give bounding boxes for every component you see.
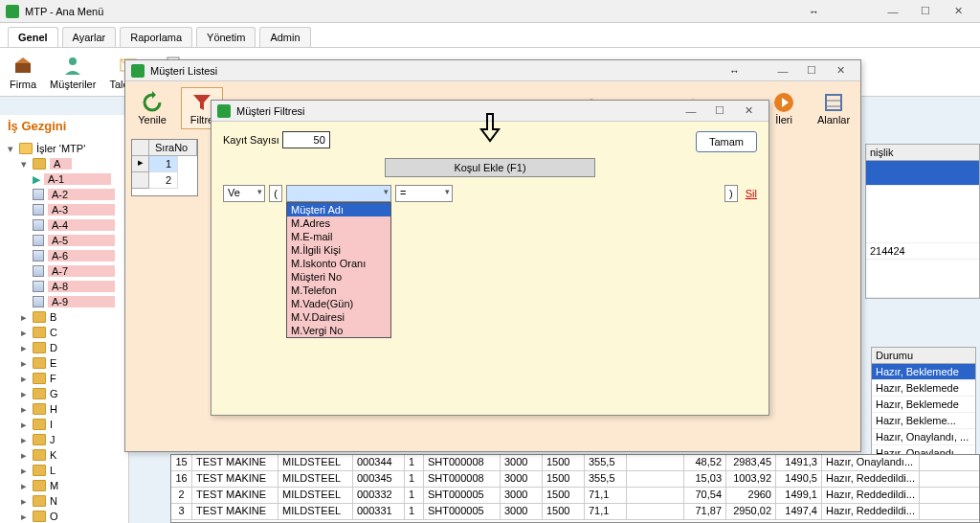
app-icon xyxy=(6,5,19,18)
tree-root: ▾İşler 'MTP' xyxy=(0,141,128,156)
tree-a: ▾A xyxy=(0,156,128,171)
dropdown-option[interactable]: M.Telefon xyxy=(287,284,390,297)
tree-folder[interactable]: ▸O xyxy=(0,509,128,523)
logic-select[interactable]: Ve xyxy=(223,185,265,202)
musteri-min[interactable]: — xyxy=(768,62,797,80)
durumu-row[interactable]: Hazır, Bekleme... xyxy=(872,413,975,429)
window-icon xyxy=(131,64,145,78)
tab-raporlama[interactable]: Raporlama xyxy=(120,27,192,47)
kayit-label: Kayıt Sayısı xyxy=(223,134,279,146)
dropdown-option[interactable]: Müşteri No xyxy=(287,270,390,284)
tree[interactable]: ▾İşler 'MTP' ▾A ▶A-1A-2A-3A-4A-5A-6A-7A-… xyxy=(0,141,128,523)
ribbon-musteriler[interactable]: Müşteriler xyxy=(46,52,100,92)
table-row[interactable]: 3TEST MAKINEMILDSTEEL0003311SHT000005300… xyxy=(171,504,979,520)
sidebar: İş Gezgini ▾İşler 'MTP' ▾A ▶A-1A-2A-3A-4… xyxy=(0,115,129,523)
dropdown-option[interactable]: Müşteri Adı xyxy=(287,203,390,216)
paren-right[interactable]: ) xyxy=(724,185,738,202)
tree-item[interactable]: A-6 xyxy=(0,248,128,263)
yenile-button[interactable]: Yenile xyxy=(131,87,173,129)
tree-folder[interactable]: ▸H xyxy=(0,401,128,417)
table-row[interactable]: 2TEST MAKINEMILDSTEEL0003321SHT000005300… xyxy=(171,488,979,504)
field-dropdown[interactable]: Müşteri AdıM.AdresM.E-mailM.İlgili KişiM… xyxy=(286,202,391,338)
dropdown-option[interactable]: M.Vade(Gün) xyxy=(287,297,390,310)
tree-folder[interactable]: ▸D xyxy=(0,340,128,355)
durumu-header: Durumu xyxy=(872,348,975,364)
filtre-title: Müşteri Filtresi xyxy=(236,105,677,117)
tab-admin[interactable]: Admin xyxy=(259,27,310,47)
tree-folder[interactable]: ▸M xyxy=(0,478,128,493)
tree-item[interactable]: A-5 xyxy=(0,233,128,248)
kosul-ekle-button[interactable]: Koşul Ekle (F1) xyxy=(385,158,595,177)
resize-handle-icon[interactable]: ↔ xyxy=(809,6,819,17)
tree-folder[interactable]: ▸L xyxy=(0,463,128,478)
filtre-max[interactable]: ☐ xyxy=(705,102,734,120)
condition-row: Ve ( = ) Sil Müşteri AdıM.AdresM.E-mailM… xyxy=(223,185,757,202)
window-icon xyxy=(217,104,231,118)
durumu-panel: Durumu Hazır, BeklemedeHazır, BeklemedeH… xyxy=(871,347,976,463)
close-button[interactable]: ✕ xyxy=(942,2,974,21)
maximize-button[interactable]: ☐ xyxy=(909,2,942,21)
right-column-row-sel[interactable] xyxy=(866,161,979,186)
tree-folder[interactable]: ▸C xyxy=(0,325,128,340)
tamam-button[interactable]: Tamam xyxy=(696,131,757,152)
musteri-title: Müşteri Listesi xyxy=(150,65,729,77)
main-titlebar: MTP - Ana Menü ↔ — ☐ ✕ xyxy=(0,0,980,23)
svg-rect-0 xyxy=(15,63,31,73)
tree-folder[interactable]: ▸I xyxy=(0,417,128,432)
svg-rect-11 xyxy=(826,95,841,110)
durumu-row[interactable]: Hazır, Beklemede xyxy=(872,380,975,397)
dropdown-option[interactable]: M.İlgili Kişi xyxy=(287,243,390,257)
table-row[interactable]: 16TEST MAKINEMILDSTEEL0003451SHT00000830… xyxy=(171,471,979,488)
tree-item[interactable]: A-2 xyxy=(0,187,128,202)
right-column-header: nişlik xyxy=(866,145,979,161)
tree-item[interactable]: A-9 xyxy=(0,294,128,309)
tree-folder[interactable]: ▸K xyxy=(0,447,128,463)
tree-folder[interactable]: ▸N xyxy=(0,493,128,509)
musteri-close[interactable]: ✕ xyxy=(826,62,855,80)
tree-folder[interactable]: ▸E xyxy=(0,355,128,371)
operator-select[interactable]: = xyxy=(395,185,453,202)
filtre-min[interactable]: — xyxy=(677,102,705,120)
alanlar-button[interactable]: Alanlar xyxy=(813,87,855,129)
tree-item[interactable]: ▶A-1 xyxy=(0,171,128,187)
sidebar-title: İş Gezgini xyxy=(0,115,128,141)
tree-item[interactable]: A-4 xyxy=(0,217,128,233)
paren-left[interactable]: ( xyxy=(269,185,282,202)
kayit-input[interactable] xyxy=(282,131,330,148)
tree-folder[interactable]: ▸G xyxy=(0,386,128,401)
musteri-max[interactable]: ☐ xyxy=(797,62,826,80)
tree-item[interactable]: A-3 xyxy=(0,202,128,217)
musteri-grid[interactable]: SıraNo ▸1 2 xyxy=(131,139,198,196)
bottom-grid[interactable]: 15TEST MAKINEMILDSTEEL0003441SHT00000830… xyxy=(170,454,980,523)
ribbon-tabs: Genel Ayarlar Raporlama Yönetim Admin xyxy=(0,23,980,48)
tree-folder[interactable]: ▸F xyxy=(0,371,128,386)
tab-yonetim[interactable]: Yönetim xyxy=(196,27,256,47)
ribbon-firma[interactable]: Firma xyxy=(6,52,40,92)
svg-point-1 xyxy=(69,57,77,65)
arrow-down-icon xyxy=(476,112,504,145)
sil-link[interactable]: Sil xyxy=(746,188,757,199)
app-title: MTP - Ana Menü xyxy=(25,6,809,17)
tree-folder[interactable]: ▸B xyxy=(0,309,128,325)
musteri-filtresi-window: Müşteri Filtresi — ☐ ✕ Kayıt Sayısı Tama… xyxy=(211,100,769,416)
minimize-button[interactable]: — xyxy=(877,2,909,21)
filtre-close[interactable]: ✕ xyxy=(734,102,763,120)
dropdown-option[interactable]: M.E-mail xyxy=(287,230,390,243)
durumu-row[interactable]: Hazır, Onaylandı, ... xyxy=(872,429,975,445)
durumu-row[interactable]: Hazır, Beklemede xyxy=(872,397,975,413)
tab-genel[interactable]: Genel xyxy=(8,27,58,47)
field-select[interactable] xyxy=(286,185,391,202)
durumu-row[interactable]: Hazır, Beklemede xyxy=(872,364,975,380)
right-column-value: 214424 xyxy=(866,243,979,260)
tree-item[interactable]: A-7 xyxy=(0,263,128,279)
tree-item[interactable]: A-8 xyxy=(0,279,128,294)
right-column: nişlik 214424 xyxy=(865,144,980,299)
dropdown-option[interactable]: M.V.Dairesi xyxy=(287,310,390,324)
tree-folder[interactable]: ▸J xyxy=(0,432,128,447)
dropdown-option[interactable]: M.Iskonto Oranı xyxy=(287,257,390,270)
dropdown-option[interactable]: M.Vergi No xyxy=(287,324,390,337)
resize-handle-icon[interactable]: ↔ xyxy=(729,65,740,77)
tab-ayarlar[interactable]: Ayarlar xyxy=(62,27,117,47)
table-row[interactable]: 15TEST MAKINEMILDSTEEL0003441SHT00000830… xyxy=(171,455,979,471)
dropdown-option[interactable]: M.Adres xyxy=(287,216,390,230)
